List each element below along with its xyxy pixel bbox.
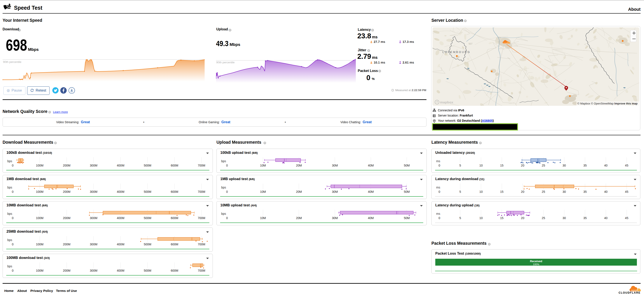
svg-text:© Mapbox © OpenStreetMap Impro: © Mapbox © OpenStreetMap Improve this ma… <box>578 102 638 105</box>
svg-text:LUXEMBOURG: LUXEMBOURG <box>442 50 470 54</box>
svg-text:mapbox: mapbox <box>440 100 454 104</box>
svg-text:507: 507 <box>469 42 472 45</box>
